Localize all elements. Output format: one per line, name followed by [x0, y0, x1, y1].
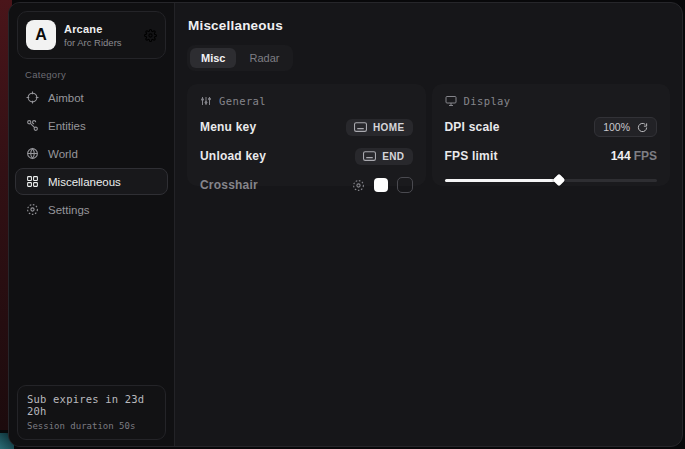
profile-card: A Arcane for Arc Riders	[17, 11, 166, 59]
crosshair-controls	[352, 177, 413, 193]
sidebar-item-entities[interactable]: Entities	[15, 112, 168, 139]
dpi-scale-row: DPI scale 100%	[445, 118, 658, 136]
sidebar-item-miscellaneous[interactable]: Miscellaneous	[15, 168, 168, 195]
menu-key-row: Menu key HOME	[200, 118, 413, 136]
crosshair-settings-gear-icon[interactable]	[352, 179, 365, 192]
sidebar-item-settings[interactable]: Settings	[15, 196, 168, 223]
general-card: General Menu key HOME Unload key	[187, 84, 426, 186]
sliders-icon	[200, 95, 212, 107]
sidebar: A Arcane for Arc Riders Category Aimbot …	[9, 3, 175, 446]
gear-icon[interactable]	[144, 29, 157, 42]
crosshair-color-swatch[interactable]	[374, 178, 388, 192]
unload-key-label: Unload key	[200, 149, 266, 163]
dpi-scale-label: DPI scale	[445, 120, 500, 134]
sidebar-item-label: Entities	[48, 120, 86, 132]
sidebar-item-label: Settings	[48, 204, 90, 216]
sidebar-item-aimbot[interactable]: Aimbot	[15, 84, 168, 111]
crosshair-icon	[26, 91, 39, 104]
sidebar-item-label: Aimbot	[48, 92, 84, 104]
grid-icon	[26, 175, 39, 188]
app-window: A Arcane for Arc Riders Category Aimbot …	[8, 2, 683, 447]
sub-expiry-text: Sub expires in 23d 20h	[27, 393, 156, 417]
slider-fill	[445, 179, 560, 182]
tab-radar[interactable]: Radar	[238, 48, 290, 68]
menu-key-value: HOME	[373, 122, 405, 133]
page-title: Miscellaneous	[188, 18, 670, 33]
general-card-title: General	[219, 95, 266, 107]
general-card-header: General	[200, 95, 413, 107]
tab-misc[interactable]: Misc	[190, 48, 236, 68]
profile-text: Arcane for Arc Riders	[64, 23, 136, 48]
monitor-icon	[445, 95, 457, 107]
subscription-info-box: Sub expires in 23d 20h Session duration …	[17, 385, 166, 440]
crosshair-checkbox[interactable]	[397, 177, 413, 193]
entities-icon	[26, 119, 39, 132]
dpi-scale-value: 100%	[603, 121, 630, 133]
tab-bar: Misc Radar	[187, 45, 293, 71]
menu-key-bind-button[interactable]: HOME	[346, 119, 413, 136]
keyboard-icon	[363, 151, 376, 161]
cycle-icon	[637, 122, 648, 133]
category-label: Category	[25, 69, 174, 80]
globe-icon	[26, 147, 39, 160]
display-card-title: Display	[464, 95, 511, 107]
sidebar-item-world[interactable]: World	[15, 140, 168, 167]
app-name: Arcane	[64, 23, 136, 35]
gear-icon	[26, 203, 39, 216]
fps-limit-label: FPS limit	[445, 149, 498, 163]
fps-number: 144	[611, 149, 631, 163]
unload-key-row: Unload key END	[200, 147, 413, 165]
display-card-header: Display	[445, 95, 658, 107]
display-card: Display DPI scale 100% FPS limit 144FPS	[432, 84, 671, 186]
unload-key-value: END	[382, 151, 404, 162]
dpi-scale-select[interactable]: 100%	[594, 117, 657, 137]
fps-unit: FPS	[634, 149, 657, 163]
fps-limit-slider[interactable]	[445, 173, 658, 187]
main-content: Miscellaneous Misc Radar General Menu ke…	[175, 3, 682, 446]
fps-limit-value: 144FPS	[611, 149, 657, 163]
sidebar-nav: Aimbot Entities World Miscellaneous Sett…	[9, 84, 174, 223]
crosshair-row: Crosshair	[200, 176, 413, 194]
app-logo: A	[26, 20, 56, 50]
crosshair-label: Crosshair	[200, 178, 258, 192]
fps-limit-row: FPS limit 144FPS	[445, 147, 658, 165]
slider-thumb[interactable]	[553, 174, 566, 187]
sidebar-item-label: Miscellaneous	[48, 176, 121, 188]
slider-track[interactable]	[445, 179, 658, 182]
unload-key-bind-button[interactable]: END	[355, 148, 412, 165]
sidebar-item-label: World	[48, 148, 78, 160]
app-subtitle: for Arc Riders	[64, 37, 136, 48]
cards-row: General Menu key HOME Unload key	[187, 84, 670, 186]
menu-key-label: Menu key	[200, 120, 256, 134]
keyboard-icon	[354, 122, 367, 132]
session-duration-text: Session duration 50s	[27, 421, 156, 431]
desktop: A Arcane for Arc Riders Category Aimbot …	[0, 0, 685, 449]
